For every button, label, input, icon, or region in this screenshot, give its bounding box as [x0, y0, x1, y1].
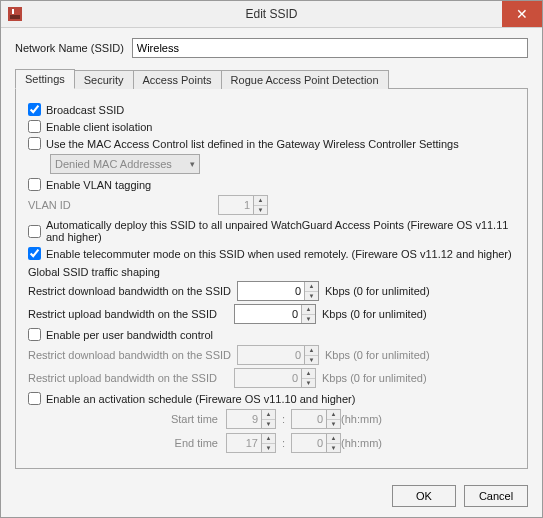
spinner-up-icon[interactable]: ▲ [262, 410, 275, 420]
spinner-down-icon[interactable]: ▼ [262, 444, 275, 453]
svg-rect-1 [10, 15, 20, 19]
mac-acl-checkbox[interactable] [28, 137, 41, 150]
tab-rogue-ap-detection[interactable]: Rogue Access Point Detection [221, 70, 389, 89]
network-name-label: Network Name (SSID) [15, 42, 124, 54]
spinner-down-icon[interactable]: ▼ [302, 379, 315, 388]
svg-rect-2 [12, 9, 14, 14]
titlebar: Edit SSID ✕ [1, 1, 542, 28]
schedule-label: Enable an activation schedule (Fireware … [46, 393, 355, 405]
spinner-down-icon[interactable]: ▼ [254, 206, 267, 215]
cancel-button[interactable]: Cancel [464, 485, 528, 507]
global-dl-spinner[interactable]: ▲▼ [237, 281, 319, 301]
spinner-up-icon[interactable]: ▲ [302, 305, 315, 315]
vlan-id-label: VLAN ID [28, 199, 218, 211]
auto-deploy-label: Automatically deploy this SSID to all un… [46, 219, 515, 243]
end-min-spinner[interactable]: ▲▼ [291, 433, 341, 453]
schedule-checkbox[interactable] [28, 392, 41, 405]
per-user-dl-spinner[interactable]: ▲▼ [237, 345, 319, 365]
telecommuter-checkbox[interactable] [28, 247, 41, 260]
broadcast-ssid-checkbox[interactable] [28, 103, 41, 116]
client-isolation-checkbox[interactable] [28, 120, 41, 133]
vlan-tagging-checkbox[interactable] [28, 178, 41, 191]
auto-deploy-checkbox[interactable] [28, 225, 41, 238]
vlan-id-spinner[interactable]: ▲▼ [218, 195, 268, 215]
start-hour-spinner[interactable]: ▲▼ [226, 409, 276, 429]
end-hour-spinner[interactable]: ▲▼ [226, 433, 276, 453]
per-user-ul-spinner[interactable]: ▲▼ [234, 368, 316, 388]
tab-page-settings: Broadcast SSID Enable client isolation U… [15, 89, 528, 469]
dialog-footer: OK Cancel [1, 477, 542, 517]
per-user-dl-unit: Kbps (0 for unlimited) [325, 349, 430, 361]
tab-settings[interactable]: Settings [15, 69, 75, 89]
network-name-row: Network Name (SSID) [15, 38, 528, 58]
end-min-input[interactable] [292, 434, 326, 452]
spinner-up-icon[interactable]: ▲ [327, 410, 340, 420]
global-dl-label: Restrict download bandwidth on the SSID [28, 285, 231, 297]
mac-acl-combo-value: Denied MAC Addresses [55, 158, 172, 170]
per-user-ul-unit: Kbps (0 for unlimited) [322, 372, 427, 384]
close-button[interactable]: ✕ [502, 1, 542, 27]
per-user-dl-input[interactable] [238, 346, 304, 364]
broadcast-ssid-label: Broadcast SSID [46, 104, 124, 116]
time-colon: : [282, 413, 285, 425]
mac-acl-label: Use the MAC Access Control list defined … [46, 138, 459, 150]
per-user-checkbox[interactable] [28, 328, 41, 341]
start-min-input[interactable] [292, 410, 326, 428]
global-dl-unit: Kbps (0 for unlimited) [325, 285, 430, 297]
global-ul-input[interactable] [235, 305, 301, 323]
start-hhmm: (hh:mm) [341, 413, 382, 425]
global-ul-unit: Kbps (0 for unlimited) [322, 308, 427, 320]
chevron-down-icon: ▾ [190, 159, 195, 169]
tab-security[interactable]: Security [74, 70, 134, 89]
tab-access-points[interactable]: Access Points [133, 70, 222, 89]
spinner-up-icon[interactable]: ▲ [254, 196, 267, 206]
edit-ssid-dialog: Edit SSID ✕ Network Name (SSID) Settings… [0, 0, 543, 518]
client-isolation-label: Enable client isolation [46, 121, 152, 133]
mac-acl-combo[interactable]: Denied MAC Addresses ▾ [50, 154, 200, 174]
per-user-label: Enable per user bandwidth control [46, 329, 213, 341]
end-hhmm: (hh:mm) [341, 437, 382, 449]
spinner-down-icon[interactable]: ▼ [262, 420, 275, 429]
spinner-up-icon[interactable]: ▲ [305, 346, 318, 356]
app-icon [7, 6, 23, 22]
spinner-down-icon[interactable]: ▼ [327, 420, 340, 429]
spinner-down-icon[interactable]: ▼ [305, 292, 318, 301]
ok-button[interactable]: OK [392, 485, 456, 507]
network-name-input[interactable] [132, 38, 528, 58]
end-time-label: End time [28, 437, 226, 449]
vlan-id-input[interactable] [219, 196, 253, 214]
start-min-spinner[interactable]: ▲▼ [291, 409, 341, 429]
per-user-ul-label: Restrict upload bandwidth on the SSID [28, 372, 228, 384]
spinner-up-icon[interactable]: ▲ [327, 434, 340, 444]
per-user-dl-label: Restrict download bandwidth on the SSID [28, 349, 231, 361]
spinner-up-icon[interactable]: ▲ [305, 282, 318, 292]
spinner-up-icon[interactable]: ▲ [302, 369, 315, 379]
start-hour-input[interactable] [227, 410, 261, 428]
end-hour-input[interactable] [227, 434, 261, 452]
start-time-label: Start time [28, 413, 226, 425]
time-colon: : [282, 437, 285, 449]
spinner-down-icon[interactable]: ▼ [327, 444, 340, 453]
tabstrip: Settings Security Access Points Rogue Ac… [15, 68, 528, 89]
per-user-ul-input[interactable] [235, 369, 301, 387]
global-ul-spinner[interactable]: ▲▼ [234, 304, 316, 324]
spinner-up-icon[interactable]: ▲ [262, 434, 275, 444]
telecommuter-label: Enable telecommuter mode on this SSID wh… [46, 248, 512, 260]
global-ul-label: Restrict upload bandwidth on the SSID [28, 308, 228, 320]
spinner-down-icon[interactable]: ▼ [302, 315, 315, 324]
spinner-down-icon[interactable]: ▼ [305, 356, 318, 365]
vlan-tagging-label: Enable VLAN tagging [46, 179, 151, 191]
window-title: Edit SSID [1, 7, 542, 21]
global-dl-input[interactable] [238, 282, 304, 300]
global-shaping-title: Global SSID traffic shaping [28, 266, 515, 278]
close-icon: ✕ [516, 6, 528, 22]
